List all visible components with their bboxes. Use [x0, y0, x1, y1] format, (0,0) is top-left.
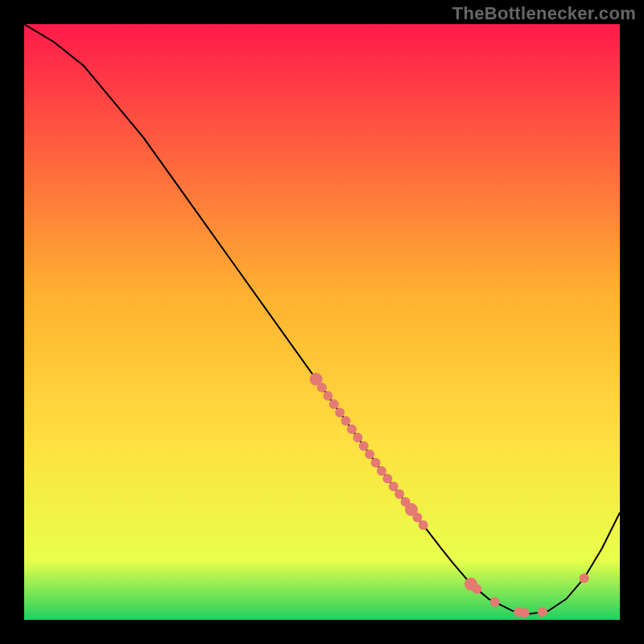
data-point	[412, 513, 422, 522]
data-point	[389, 481, 398, 491]
data-point	[347, 424, 357, 434]
data-point	[365, 449, 374, 459]
data-point	[335, 407, 345, 417]
data-point	[341, 416, 351, 426]
data-point	[329, 399, 339, 409]
data-point	[520, 608, 530, 617]
data-point	[580, 573, 589, 583]
data-point	[538, 607, 547, 617]
bottleneck-chart	[24, 24, 620, 620]
data-point	[377, 466, 386, 476]
outer-frame: TheBottlenecker.com	[0, 0, 644, 644]
data-point	[323, 391, 332, 401]
data-point	[371, 458, 381, 468]
data-point	[317, 382, 327, 392]
data-point	[490, 597, 500, 607]
data-point	[394, 489, 404, 499]
gradient-background	[24, 24, 620, 620]
data-point	[353, 433, 362, 443]
data-point	[419, 520, 428, 530]
watermark-text: TheBottlenecker.com	[452, 3, 636, 24]
data-point	[359, 441, 369, 451]
data-point	[382, 474, 392, 484]
data-point	[472, 584, 481, 594]
